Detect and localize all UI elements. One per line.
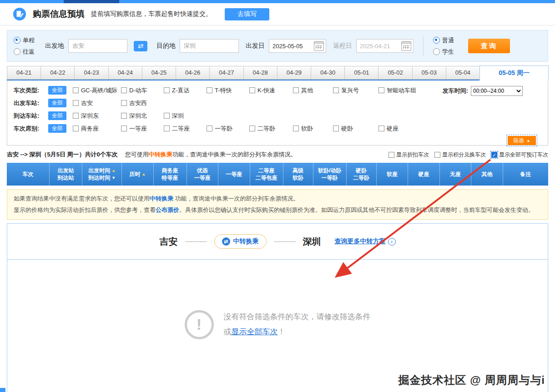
go-fill-button[interactable]: 去填写: [225, 8, 269, 20]
date-tab[interactable]: 04-21: [7, 66, 41, 80]
column-header[interactable]: 二等座二等包座: [250, 163, 283, 186]
date-tab[interactable]: 04-26: [176, 66, 210, 80]
trip-type-group: 单程 往返: [14, 36, 38, 56]
filter-panel: 车次类型:全部GC-高铁/城际D-动车Z-直达T-特快K-快速其他复兴号智能动车…: [7, 80, 548, 146]
empty-state: ! 没有符合筛选条件的车次，请修改筛选条件 或显示全部车次！: [7, 310, 548, 339]
filter-option-checkbox[interactable]: 吉安西: [121, 99, 164, 107]
date-tab[interactable]: 04-28: [243, 66, 278, 80]
filter-collapse-button[interactable]: 筛选 ▲: [508, 136, 536, 145]
to-label: 目的地: [156, 42, 176, 50]
filter-option-checkbox[interactable]: 硬座: [378, 125, 438, 133]
column-header[interactable]: 硬座: [408, 163, 440, 186]
show-all-trains-link[interactable]: 显示全部车次: [232, 327, 278, 336]
date-tab[interactable]: 04-30: [311, 66, 345, 80]
results-container: 吉安 ⇄ 中转换乘 深圳 查询更多中转方案 › ! 没有符合筛选条件的车次，请修…: [7, 223, 548, 392]
checkbox-icon: [121, 100, 127, 106]
date-tab[interactable]: 04-25: [142, 66, 176, 80]
checkbox-icon: ✓: [491, 152, 497, 158]
calendar-icon[interactable]: [314, 41, 324, 51]
filter-option-checkbox[interactable]: 深圳东: [73, 112, 121, 120]
date-tab[interactable]: 05-03: [412, 66, 446, 80]
results-bar: 吉安 --> 深圳（5月5日 周一）共计0个车次 您可使用中转换乘功能，查询途中…: [7, 148, 548, 161]
filter-option-checkbox[interactable]: 硬卧: [333, 125, 378, 133]
date-tab[interactable]: 05-01: [344, 66, 378, 80]
column-header[interactable]: 优选一等座: [187, 163, 219, 186]
filter-option-checkbox[interactable]: 商务座: [73, 125, 121, 133]
transfer-button[interactable]: ⇄ 中转换乘: [214, 234, 267, 249]
display-toggle[interactable]: 显示折扣车次: [388, 151, 429, 159]
swap-cities-icon[interactable]: ⇄: [134, 41, 147, 51]
display-toggles: 显示折扣车次显示积分兑换车次✓显示全部可预订车次: [388, 151, 548, 159]
filter-option-checkbox[interactable]: 深圳北: [121, 112, 164, 120]
date-tab[interactable]: 04-22: [40, 66, 75, 80]
filter-all-badge[interactable]: 全部: [48, 111, 66, 120]
date-tab-active[interactable]: 05-05 周一: [479, 65, 549, 80]
column-header[interactable]: 出发时间▲到达时间▼: [82, 163, 122, 186]
display-toggle[interactable]: ✓显示全部可预订车次: [491, 151, 548, 159]
more-transfer-link[interactable]: 查询更多中转方案 ›: [335, 237, 396, 246]
train-ticket-query-page: 购票信息预填 提前填写购票信息，车票起售时快速提交。 去填写 单程 往返 出发地…: [0, 0, 555, 392]
from-city-input[interactable]: [68, 39, 127, 53]
filter-option-checkbox[interactable]: 二等座: [164, 125, 207, 133]
date-tab[interactable]: 04-27: [209, 66, 243, 80]
query-button[interactable]: 查询: [468, 39, 510, 53]
to-city-input[interactable]: [180, 39, 239, 53]
filter-option-checkbox[interactable]: 复兴号: [333, 86, 378, 95]
filter-option-checkbox[interactable]: K-快速: [249, 86, 293, 95]
sort-arrow-icon: ▲: [141, 172, 146, 176]
column-header[interactable]: 历时▲: [122, 163, 154, 186]
filter-all-badge[interactable]: 全部: [48, 124, 66, 133]
radio-icon: [14, 37, 20, 44]
return-date-input[interactable]: [357, 40, 401, 51]
filter-option-checkbox[interactable]: 其他: [293, 86, 333, 95]
date-tab[interactable]: 05-04: [446, 66, 480, 80]
filter-option-checkbox[interactable]: GC-高铁/城际: [73, 86, 121, 95]
edit-pencil-icon: [13, 7, 26, 21]
filter-option-checkbox[interactable]: 软卧: [293, 125, 333, 133]
inline-link[interactable]: 中转换乘: [150, 195, 173, 202]
banner-subtitle: 提前填写购票信息，车票起售时快速提交。: [91, 10, 212, 18]
filter-all-badge[interactable]: 全部: [48, 86, 66, 95]
filter-option-checkbox[interactable]: Z-直达: [164, 86, 207, 95]
column-header[interactable]: 其他: [471, 163, 503, 186]
date-tabs: 04-2104-2204-2304-2404-2504-2604-2704-28…: [7, 65, 548, 80]
filter-option-checkbox[interactable]: D-动车: [121, 86, 164, 95]
column-header[interactable]: 硬卧二等卧: [347, 163, 377, 186]
column-header[interactable]: 软卧/动卧一等卧: [313, 163, 347, 186]
filter-all-badge[interactable]: 全部: [48, 99, 66, 107]
depart-time-select[interactable]: 00:00--24:00: [471, 86, 523, 96]
round-trip-radio[interactable]: 往返: [14, 48, 38, 56]
column-header[interactable]: 无座: [440, 163, 472, 186]
filter-option-checkbox[interactable]: 智能动车组: [378, 86, 438, 95]
column-header[interactable]: 备注: [503, 163, 548, 186]
display-toggle[interactable]: 显示积分兑换车次: [434, 151, 486, 159]
normal-passenger-radio[interactable]: 普通: [433, 36, 458, 45]
inline-link[interactable]: 公布票价: [156, 206, 179, 213]
column-header[interactable]: 软座: [377, 163, 409, 186]
depart-time-filter: 发车时间:00:00--24:00: [443, 86, 523, 96]
filter-option-checkbox[interactable]: T-特快: [207, 86, 249, 95]
column-header[interactable]: 商务座特等座: [154, 163, 187, 186]
date-tab[interactable]: 04-23: [74, 66, 108, 80]
date-tab[interactable]: 04-24: [108, 66, 142, 80]
filter-option-checkbox[interactable]: 一等座: [121, 125, 164, 133]
one-way-radio[interactable]: 单程: [14, 36, 38, 45]
column-header[interactable]: 一等座: [218, 163, 250, 186]
empty-line1: 没有符合筛选条件的车次，请修改筛选条件: [224, 310, 371, 324]
filter-option-checkbox[interactable]: 深圳: [164, 112, 207, 120]
from-city: 吉安: [160, 236, 178, 248]
column-header[interactable]: 出发站到达站: [50, 163, 83, 186]
divider: [185, 241, 207, 242]
calendar-icon[interactable]: [401, 41, 411, 51]
column-header[interactable]: 高级软卧: [283, 163, 313, 186]
checkbox-icon: [73, 113, 79, 119]
filter-option-checkbox[interactable]: 一等卧: [207, 125, 249, 133]
radio-icon: [433, 37, 440, 44]
date-tab[interactable]: 05-02: [378, 66, 412, 80]
column-header[interactable]: 车次: [7, 163, 50, 186]
filter-option-checkbox[interactable]: 二等卧: [249, 125, 293, 133]
filter-option-checkbox[interactable]: 吉安: [73, 99, 121, 107]
student-passenger-radio[interactable]: 学生: [433, 48, 458, 56]
depart-date-input[interactable]: [269, 40, 314, 51]
date-tab[interactable]: 04-29: [277, 66, 311, 80]
